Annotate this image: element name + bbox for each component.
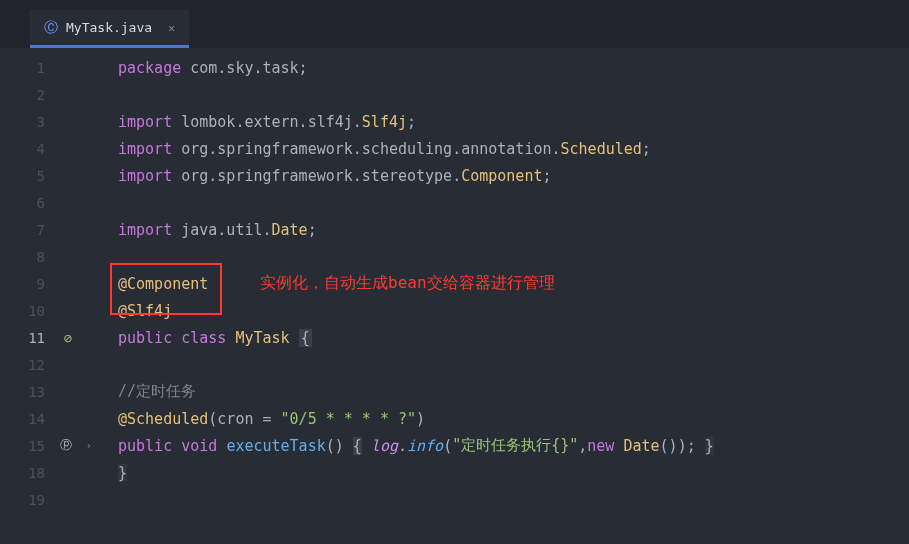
code-line[interactable]: @Scheduled(cron = "0/5 * * * * ?") — [100, 405, 909, 432]
line-number: 13 — [28, 384, 45, 400]
gutter: 1 2 3 4 5 6 7 8 9 10 11 ⊘ 12 13 14 15 ⓟ … — [0, 48, 100, 544]
editor[interactable]: 1 2 3 4 5 6 7 8 9 10 11 ⊘ 12 13 14 15 ⓟ … — [0, 48, 909, 544]
java-class-icon: Ⓒ — [44, 19, 58, 37]
line-number: 18 — [28, 465, 45, 481]
line-number: 19 — [28, 492, 45, 508]
code-line[interactable]: @Component — [100, 270, 909, 297]
line-number: 3 — [37, 114, 45, 130]
code-line[interactable]: import java.util.Date; — [100, 216, 909, 243]
code-line[interactable]: import org.springframework.stereotype.Co… — [100, 162, 909, 189]
close-icon[interactable]: ✕ — [168, 21, 175, 35]
code-area[interactable]: package com.sky.task; import lombok.exte… — [100, 48, 909, 544]
code-line[interactable]: } — [100, 459, 909, 486]
code-line[interactable]: public void executeTask() { log.info("定时… — [100, 432, 909, 459]
code-line[interactable]: import lombok.extern.slf4j.Slf4j; — [100, 108, 909, 135]
line-number: 2 — [37, 87, 45, 103]
code-line[interactable] — [100, 486, 909, 513]
file-tab[interactable]: Ⓒ MyTask.java ✕ — [30, 10, 189, 48]
code-line[interactable] — [100, 243, 909, 270]
line-number: 1 — [37, 60, 45, 76]
line-number: 6 — [37, 195, 45, 211]
no-entry-icon[interactable]: ⊘ — [64, 330, 72, 346]
line-number: 4 — [37, 141, 45, 157]
line-number: 12 — [28, 357, 45, 373]
code-line[interactable]: //定时任务 — [100, 378, 909, 405]
code-line[interactable]: @Slf4j — [100, 297, 909, 324]
line-number: 9 — [37, 276, 45, 292]
line-number: 15 — [28, 438, 45, 454]
line-number: 14 — [28, 411, 45, 427]
tab-bar: Ⓒ MyTask.java ✕ — [0, 10, 909, 48]
code-line[interactable] — [100, 351, 909, 378]
tab-filename: MyTask.java — [66, 20, 152, 35]
line-number: 5 — [37, 168, 45, 184]
code-line[interactable] — [100, 81, 909, 108]
fold-expand-icon[interactable]: › — [85, 439, 92, 452]
code-line[interactable]: public class MyTask { — [100, 324, 909, 351]
run-icon[interactable]: ⓟ — [60, 437, 72, 454]
line-number: 8 — [37, 249, 45, 265]
code-line[interactable] — [100, 189, 909, 216]
code-line[interactable]: package com.sky.task; — [100, 54, 909, 81]
line-number: 11 — [28, 330, 45, 346]
top-spacer — [0, 0, 909, 10]
code-line[interactable]: import org.springframework.scheduling.an… — [100, 135, 909, 162]
line-number: 7 — [37, 222, 45, 238]
line-number: 10 — [28, 303, 45, 319]
